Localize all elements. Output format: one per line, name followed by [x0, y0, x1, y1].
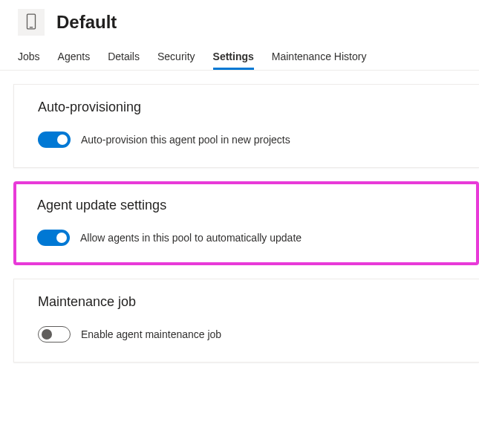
- auto-provisioning-toggle-row: Auto-provision this agent pool in new pr…: [38, 132, 455, 148]
- maintenance-job-card: Maintenance job Enable agent maintenance…: [13, 279, 479, 363]
- card-title-auto-provisioning: Auto-provisioning: [38, 100, 455, 115]
- tab-details[interactable]: Details: [108, 45, 140, 70]
- content-area-lower: Maintenance job Enable agent maintenance…: [0, 279, 479, 363]
- auto-provisioning-card: Auto-provisioning Auto-provision this ag…: [13, 84, 479, 168]
- agent-update-toggle-label: Allow agents in this pool to automatical…: [80, 232, 302, 244]
- tab-security[interactable]: Security: [157, 45, 195, 70]
- tab-label: Agents: [58, 51, 91, 62]
- tab-label: Details: [108, 51, 140, 62]
- tab-maintenance-history[interactable]: Maintenance History: [272, 45, 367, 70]
- card-title-maintenance-job: Maintenance job: [38, 294, 455, 310]
- content-area: Auto-provisioning Auto-provision this ag…: [0, 71, 479, 168]
- tab-label: Settings: [213, 51, 254, 62]
- agent-update-card: Agent update settings Allow agents in th…: [16, 184, 476, 262]
- agent-update-highlight: Agent update settings Allow agents in th…: [13, 181, 479, 265]
- page-title: Default: [56, 12, 117, 33]
- tabs-bar: Jobs Agents Details Security Settings Ma…: [0, 39, 479, 71]
- tab-label: Security: [157, 51, 195, 62]
- agent-update-toggle-row: Allow agents in this pool to automatical…: [37, 230, 455, 246]
- card-title-agent-update: Agent update settings: [37, 198, 455, 213]
- auto-provisioning-toggle-label: Auto-provision this agent pool in new pr…: [81, 134, 290, 146]
- page-header: Default: [0, 0, 479, 39]
- tab-settings[interactable]: Settings: [213, 45, 254, 70]
- svg-rect-0: [27, 14, 36, 29]
- maintenance-job-toggle-label: Enable agent maintenance job: [81, 328, 221, 340]
- tab-label: Jobs: [18, 51, 40, 62]
- toggle-knob: [57, 134, 68, 145]
- auto-provisioning-toggle[interactable]: [38, 132, 71, 148]
- toggle-knob: [56, 233, 67, 243]
- agent-update-toggle[interactable]: [37, 230, 70, 246]
- maintenance-job-toggle[interactable]: [38, 326, 71, 343]
- pool-icon-box: [18, 9, 45, 36]
- maintenance-job-toggle-row: Enable agent maintenance job: [38, 326, 455, 343]
- tab-agents[interactable]: Agents: [58, 45, 91, 70]
- tab-jobs[interactable]: Jobs: [18, 45, 40, 70]
- agent-pool-icon: [26, 13, 36, 32]
- toggle-knob: [42, 329, 52, 340]
- tab-label: Maintenance History: [272, 51, 367, 62]
